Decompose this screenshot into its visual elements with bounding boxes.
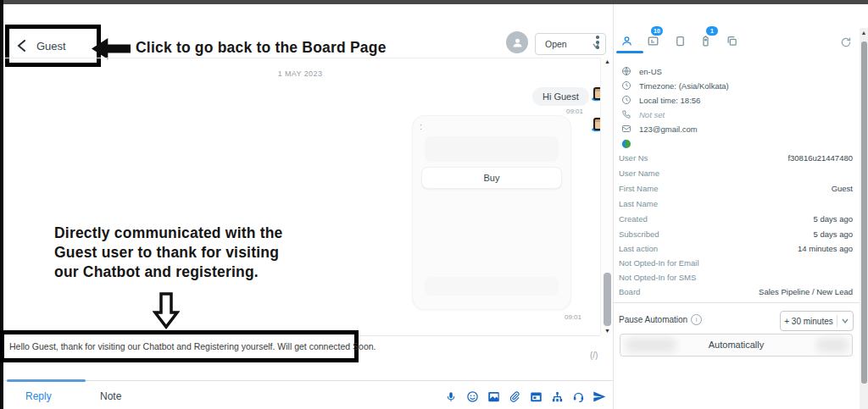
- window-top-strip: [0, 0, 868, 4]
- web-channel-icon: [621, 139, 632, 149]
- reply-tab-indicator: [7, 379, 86, 382]
- chat-scrollbar[interactable]: ▲ ▼: [600, 58, 614, 334]
- app-window: Guest Click to go back to the Board Page…: [0, 0, 868, 409]
- field-label: First Name: [619, 184, 658, 193]
- field-row: Subscribed5 days ago: [619, 229, 853, 239]
- field-label: User Name: [619, 169, 659, 178]
- more-options-menu[interactable]: [596, 36, 599, 49]
- info-icon: i: [691, 314, 702, 325]
- card-colon-text: :: [420, 121, 422, 131]
- email-icon: [621, 124, 632, 134]
- field-row: Not Opted-In for SMS: [619, 273, 853, 282]
- field-row: Not Opted-In for Email: [619, 258, 853, 268]
- tags-count-badge: 1: [706, 26, 718, 36]
- field-value: 5 days ago: [814, 229, 853, 239]
- contact-phone-row: Not set: [621, 108, 850, 120]
- automatically-button-label: Automatically: [709, 340, 764, 350]
- pause-duration-dropdown[interactable]: + 30 minutes: [780, 311, 854, 331]
- clock-icon: [621, 80, 632, 91]
- composer-toolbar: [444, 390, 606, 403]
- pause-automation-label: Pause Automation i: [619, 314, 702, 325]
- automatically-button[interactable]: Automatically: [620, 334, 853, 356]
- field-label: Not Opted-In for Email: [619, 258, 699, 268]
- microphone-icon[interactable]: [444, 390, 458, 403]
- tab-profile[interactable]: [620, 34, 634, 48]
- contact-localtime-row: Local time: 18:56: [621, 94, 850, 106]
- draft-message-text: Hello Guest, thank for visiting our Chat…: [9, 341, 376, 351]
- message-timestamp: 09:01: [507, 313, 581, 321]
- status-dropdown-value: Open: [545, 39, 567, 49]
- send-icon[interactable]: [593, 390, 606, 403]
- attachment-icon[interactable]: [508, 390, 521, 403]
- card-text-placeholder: [425, 277, 559, 296]
- image-icon[interactable]: [487, 390, 500, 403]
- tab-notes[interactable]: [646, 34, 660, 48]
- field-value: f30816u21447480: [787, 153, 853, 163]
- composer-bottom-divider: [3, 380, 613, 381]
- shortcode-icon[interactable]: (/): [590, 351, 598, 360]
- contact-locale-row: en-US: [621, 65, 850, 77]
- scrollbar-thumb[interactable]: [861, 41, 867, 384]
- field-label: Last action: [619, 244, 658, 253]
- field-label: User Ns: [619, 153, 648, 163]
- back-button-label: Guest: [36, 40, 66, 53]
- pause-automation-text: Pause Automation: [619, 315, 687, 324]
- tab-tags[interactable]: [698, 34, 713, 48]
- buy-button[interactable]: Buy: [421, 167, 562, 189]
- back-to-board-button[interactable]: Guest: [5, 25, 101, 67]
- scroll-up-icon[interactable]: ▲: [860, 30, 868, 36]
- phone-icon: [621, 109, 632, 119]
- right-panel-divider: [613, 4, 614, 409]
- chevron-down-icon: [837, 318, 853, 323]
- panel-section-divider: [613, 302, 860, 303]
- contact-channel-row: [621, 138, 850, 150]
- scrollbar-thumb[interactable]: [604, 273, 611, 326]
- timezone-value: Timezone: (Asia/Kolkata): [639, 81, 729, 91]
- pause-duration-value: + 30 minutes: [781, 317, 837, 326]
- flow-icon[interactable]: [550, 390, 564, 403]
- blur-smudge: [626, 338, 676, 352]
- field-label: Not Opted-In for SMS: [619, 273, 696, 282]
- headset-icon[interactable]: [571, 390, 585, 403]
- field-row: User Nsf30816u21447480: [619, 153, 853, 163]
- field-value: 14 minutes ago: [798, 244, 853, 253]
- calendar-icon[interactable]: [529, 390, 542, 403]
- tab-note[interactable]: Note: [100, 390, 121, 402]
- emoji-icon[interactable]: [465, 390, 479, 403]
- scroll-up-icon[interactable]: ▲: [601, 58, 614, 64]
- language-icon: [621, 66, 632, 76]
- tab-reply[interactable]: Reply: [25, 390, 52, 402]
- reply-input[interactable]: Hello Guest, thank for visiting our Chat…: [0, 330, 359, 362]
- localtime-value: Local time: 18:56: [639, 96, 700, 105]
- phone-value: Not set: [639, 110, 665, 119]
- locale-value: en-US: [639, 67, 662, 76]
- annotation-back-note: Click to go back to the Board Page: [136, 39, 387, 57]
- field-label: Board: [619, 287, 640, 296]
- refresh-icon[interactable]: [840, 36, 853, 49]
- annotation-direct-note: Directly communicated with the Guest use…: [54, 224, 326, 282]
- field-row: Last Name: [619, 199, 853, 208]
- header-divider: [3, 58, 600, 58]
- field-row: Last action14 minutes ago: [619, 244, 853, 253]
- gallery-card-message: : Buy: [412, 115, 571, 310]
- email-value: 123@gmail.com: [639, 124, 698, 134]
- scroll-down-icon[interactable]: ▼: [601, 328, 614, 334]
- notes-count-badge: 10: [651, 26, 663, 36]
- chat-message-bubble: Hi Guest: [532, 87, 589, 106]
- contact-avatar: [506, 31, 528, 53]
- field-row: First NameGuest: [619, 184, 853, 193]
- field-label: Created: [619, 214, 648, 224]
- field-value: Sales Pipeline / New Lead: [759, 287, 853, 296]
- message-timestamp: 09:01: [509, 108, 583, 115]
- field-row: Created5 days ago: [619, 214, 853, 224]
- field-label: Last Name: [619, 199, 658, 208]
- tab-sequences[interactable]: [725, 34, 739, 48]
- field-row: User Name: [619, 169, 853, 178]
- card-image-placeholder: [425, 136, 559, 162]
- field-value: Guest: [832, 184, 853, 193]
- active-tab-underline: [616, 51, 643, 53]
- page-scrollbar[interactable]: ▲: [860, 28, 868, 409]
- tab-panel[interactable]: [673, 34, 687, 48]
- chevron-left-icon: [17, 40, 26, 52]
- contact-email-row: 123@gmail.com: [621, 123, 850, 135]
